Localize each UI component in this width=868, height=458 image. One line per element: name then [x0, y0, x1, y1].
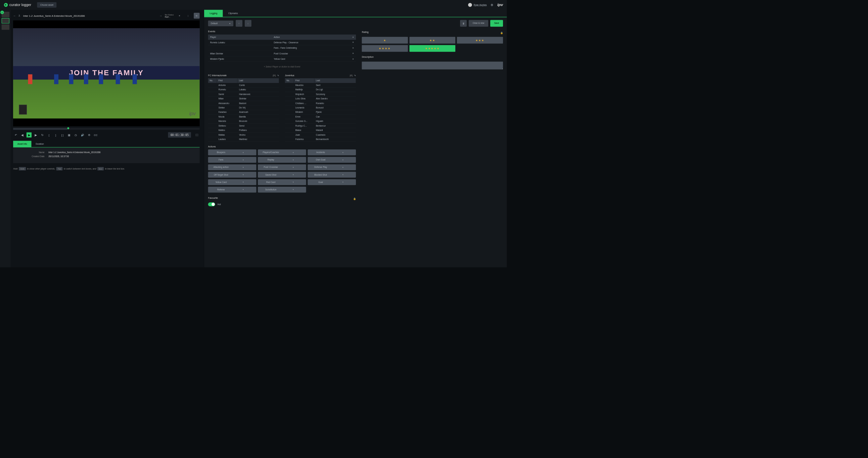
tab-logging[interactable]: Logging: [204, 10, 223, 17]
roster-row[interactable]: NicolaBarella: [208, 115, 279, 119]
choose-asset-button[interactable]: Choose asset: [37, 2, 56, 7]
roster-row[interactable]: JuanCuadrado: [285, 133, 356, 137]
lock-icon[interactable]: 🔒: [353, 197, 356, 200]
roster-row[interactable]: MarceloBrozovic: [208, 119, 279, 123]
prev-asset-icon[interactable]: ←: [13, 14, 16, 17]
favourite-toggle[interactable]: [208, 203, 215, 207]
roster-row[interactable]: KwadwoAsamoah: [208, 110, 279, 115]
volume-icon[interactable]: 🔊: [80, 132, 85, 138]
clear-new-button[interactable]: Clear & new: [469, 20, 488, 27]
action-button[interactable]: Yellow Card▾: [208, 179, 256, 185]
action-button[interactable]: Red Card▾: [258, 179, 306, 185]
step-back-icon[interactable]: ◀|: [20, 132, 25, 138]
event-row[interactable]: Milan SkriniarPost/ Crossbar✕: [208, 51, 356, 56]
action-button[interactable]: Substitution▾: [258, 187, 306, 193]
remove-event-icon[interactable]: ✕: [350, 40, 356, 45]
grid-icon[interactable]: ▦: [66, 132, 71, 138]
bracket-icon[interactable]: [ ]: [60, 132, 65, 138]
action-button[interactable]: Attacking action▾: [208, 164, 256, 170]
action-button[interactable]: Referee▾: [208, 187, 256, 193]
roster-row[interactable]: BlaiseMatuidi: [285, 128, 356, 132]
gear-icon[interactable]: ⚙: [491, 3, 493, 7]
action-button[interactable]: Off Target Shot▾: [208, 172, 256, 178]
template-dropdown[interactable]: Default▾: [208, 21, 234, 26]
user-menu[interactable]: Ryan Hughes: [468, 3, 487, 7]
clock-icon[interactable]: ◷: [73, 132, 78, 138]
step-fwd-icon[interactable]: |▶: [33, 132, 38, 138]
fullscreen-icon[interactable]: ⛶: [194, 132, 199, 138]
roster-row[interactable]: Cristiano ...Ronaldo: [285, 101, 356, 105]
rail-thumb-1[interactable]: 1: [1, 12, 9, 17]
move-down-button[interactable]: ↓: [245, 20, 251, 27]
event-row[interactable]: Miralem PjanicYellow Card✕: [208, 56, 356, 62]
add-event-button[interactable]: + Select Player or Action to Add Event: [208, 62, 356, 72]
action-button[interactable]: Incidents▾: [308, 149, 356, 155]
rating-2[interactable]: ★★: [409, 37, 455, 44]
description-input[interactable]: [362, 61, 503, 69]
event-row[interactable]: Fans - Fans Celebrating✕: [208, 45, 356, 51]
tab-duration[interactable]: Duration: [31, 141, 48, 147]
action-button[interactable]: Blocked Shot▾: [308, 172, 356, 178]
action-button[interactable]: Saved Shot▾: [258, 172, 306, 178]
action-button[interactable]: Fans▾: [208, 157, 256, 163]
roster-row[interactable]: MatiasVecino: [208, 133, 279, 137]
rating-3[interactable]: ★★★: [457, 37, 503, 44]
roster-row[interactable]: WojciechSzczesny: [285, 92, 356, 96]
tab-asset-info[interactable]: Asset Info: [13, 141, 31, 147]
popout-icon[interactable]: ⧉: [194, 13, 200, 19]
next-asset-icon[interactable]: →: [159, 14, 162, 17]
action-button[interactable]: Replay▾: [258, 157, 306, 163]
roster-row[interactable]: MatteoPolitano: [208, 128, 279, 132]
more-icon[interactable]: ⋮: [185, 13, 191, 19]
video-player[interactable]: JOIN THE FAMILY ipv: [13, 21, 199, 126]
rewind-icon[interactable]: ↶: [13, 132, 18, 138]
rail-thumb-3[interactable]: [1, 24, 9, 30]
mark-out-icon[interactable]: ]: [53, 132, 58, 138]
rating-5[interactable]: ★★★★★: [409, 45, 455, 52]
roster-row[interactable]: RomeluLukaku: [208, 87, 279, 92]
roster-row[interactable]: SamirHandanovic: [208, 92, 279, 96]
events-head-x[interactable]: ✕: [350, 35, 356, 40]
action-button[interactable]: Own Goal▾: [308, 157, 356, 163]
close-icon[interactable]: ✕: [177, 13, 183, 19]
roster-row[interactable]: StefanDe Vrij: [208, 105, 279, 110]
mark-in-icon[interactable]: [: [46, 132, 51, 138]
play-button[interactable]: ▶: [27, 132, 32, 138]
edit-home-icon[interactable]: ✎: [277, 74, 279, 77]
rail-thumb-2[interactable]: [1, 18, 9, 24]
roster-row[interactable]: Rodrigo C...Bentancur: [285, 124, 356, 128]
roster-row[interactable]: LautaroMartinez: [208, 137, 279, 141]
playhead[interactable]: [67, 127, 69, 129]
action-button[interactable]: Goal▾: [308, 179, 356, 185]
cc-icon[interactable]: CC: [93, 132, 98, 138]
remove-event-icon[interactable]: ✕: [350, 51, 356, 56]
timeline[interactable]: [13, 128, 199, 130]
roster-row[interactable]: AlessandroBastoni: [208, 101, 279, 105]
rating-lock-icon[interactable]: 🔒: [500, 32, 503, 34]
roster-row[interactable]: Gonzalo G...Higuain: [285, 119, 356, 123]
move-up-button[interactable]: ↑: [236, 20, 242, 27]
edit-away-icon[interactable]: ✎: [354, 74, 356, 77]
remove-event-icon[interactable]: ✕: [350, 56, 356, 62]
roster-row[interactable]: EmreCan: [285, 115, 356, 119]
rating-4[interactable]: ★★★★: [362, 45, 408, 52]
action-button[interactable]: Players/Coaches▾: [258, 149, 306, 155]
roster-row[interactable]: Lobo SilvaAlex Sandro: [285, 96, 356, 101]
roster-row[interactable]: StefanoSensi: [208, 124, 279, 128]
status-dropdown[interactable]: Set Status Appr...: [164, 13, 174, 18]
roster-row[interactable]: LeonardoBonucci: [285, 105, 356, 110]
delete-button[interactable]: 🗑: [460, 20, 467, 27]
action-button[interactable]: Bloopers▾: [208, 149, 256, 155]
roster-row[interactable]: MatthijsDe Ligt: [285, 87, 356, 92]
roster-row[interactable]: AntonioConte: [208, 83, 279, 87]
rating-1[interactable]: ★: [362, 37, 408, 44]
settings-icon[interactable]: ⚙: [87, 132, 92, 138]
roster-row[interactable]: MaurizioSarri: [285, 83, 356, 87]
roster-row[interactable]: MilanSkriniar: [208, 96, 279, 101]
save-button[interactable]: Save: [490, 20, 503, 27]
loop-icon[interactable]: ↻: [40, 132, 45, 138]
tab-clipmarks[interactable]: Clipmarks: [223, 10, 243, 17]
roster-row[interactable]: MiralemPjanic: [285, 110, 356, 115]
action-button[interactable]: Defense Play▾: [308, 164, 356, 170]
action-button[interactable]: Post/ Crossbar▾: [258, 164, 306, 170]
